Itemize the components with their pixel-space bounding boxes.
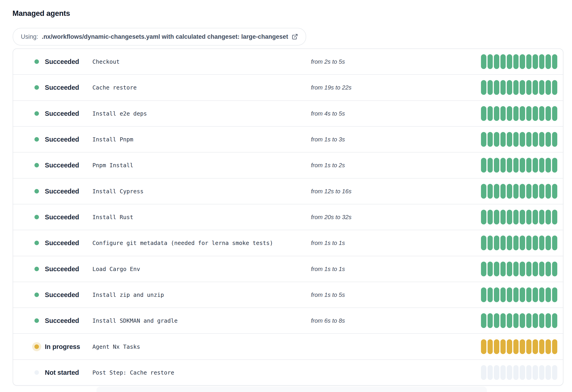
progress-segment — [520, 184, 525, 198]
workflow-config-path: .nx/workflows/dynamic-changesets.yaml wi… — [42, 33, 288, 40]
progress-segment — [494, 184, 499, 198]
agent-step-row[interactable]: Succeeded Install Cypress from 12s to 16… — [13, 179, 563, 204]
progress-segment — [520, 236, 525, 250]
step-duration: from 2s to 5s — [311, 58, 345, 65]
external-link-icon[interactable] — [292, 33, 298, 40]
progress-segment — [533, 210, 538, 225]
progress-segment — [488, 158, 493, 173]
progress-segment — [481, 106, 486, 121]
status-dot-icon — [34, 163, 39, 167]
progress-segment — [545, 287, 551, 302]
progress-segment — [494, 287, 499, 302]
progress-segments — [481, 236, 557, 250]
status-label: Succeeded — [45, 136, 79, 143]
progress-segment — [481, 184, 486, 198]
agents-list: Succeeded Checkout from 2s to 5s Succeed… — [13, 49, 563, 386]
status-label: Succeeded — [45, 291, 79, 298]
progress-segment — [552, 106, 557, 121]
progress-segment — [507, 339, 512, 354]
progress-segment — [539, 106, 545, 121]
progress-segment — [513, 210, 519, 225]
agent-step-row[interactable]: Not started Post Step: Cache restore — [13, 360, 563, 385]
progress-segment — [520, 158, 525, 173]
step-duration: from 1s to 3s — [311, 136, 345, 143]
step-duration: from 20s to 32s — [311, 214, 351, 221]
status-dot-icon — [34, 318, 39, 323]
step-duration: from 1s to 5s — [311, 291, 345, 298]
status-dot-icon — [34, 344, 39, 349]
step-name: Install e2e deps — [92, 110, 147, 117]
progress-segment — [488, 236, 493, 250]
status-label: Succeeded — [45, 187, 79, 195]
progress-segment — [545, 339, 551, 354]
progress-segment — [539, 54, 545, 69]
progress-segments — [481, 54, 557, 69]
agent-step-row[interactable]: Succeeded Install Pnpm from 1s to 3s — [13, 127, 563, 152]
agent-step-row[interactable]: Succeeded Load Cargo Env from 1s to 1s — [13, 256, 563, 282]
step-duration: from 4s to 5s — [311, 110, 345, 117]
progress-segment — [513, 132, 519, 147]
progress-segment — [507, 261, 512, 276]
agent-step-row[interactable]: Succeeded Install e2e deps from 4s to 5s — [13, 101, 563, 127]
progress-segment — [526, 313, 532, 328]
progress-segment — [552, 313, 557, 328]
progress-segment — [481, 287, 486, 302]
progress-segment — [488, 210, 493, 225]
progress-segment — [500, 184, 506, 198]
progress-segment — [533, 132, 538, 147]
progress-segment — [494, 365, 499, 380]
progress-segment — [513, 80, 519, 95]
agent-step-row[interactable]: Succeeded Configure git metadata (needed… — [13, 230, 563, 256]
status-dot-icon — [34, 241, 39, 245]
progress-segment — [526, 132, 532, 147]
progress-segment — [481, 132, 486, 147]
status-dot-icon — [34, 85, 39, 90]
agent-step-row[interactable]: Succeeded Install zip and unzip from 1s … — [13, 282, 563, 308]
progress-segment — [500, 80, 506, 95]
progress-segments — [481, 184, 557, 198]
progress-segment — [533, 106, 538, 121]
progress-segment — [545, 184, 551, 198]
next-section-sliver — [96, 387, 487, 392]
progress-segment — [481, 313, 486, 328]
progress-segment — [526, 287, 532, 302]
progress-segment — [488, 261, 493, 276]
step-name: Load Cargo Env — [92, 266, 140, 272]
agent-step-row[interactable]: Succeeded Checkout from 2s to 5s — [13, 49, 563, 75]
progress-segment — [533, 287, 538, 302]
agent-step-row[interactable]: In progress Agent Nx Tasks — [13, 334, 563, 359]
agent-step-row[interactable]: Succeeded Install SDKMAN and gradle from… — [13, 308, 563, 334]
progress-segment — [545, 261, 551, 276]
status-dot-icon — [34, 370, 39, 375]
progress-segment — [552, 158, 557, 173]
agent-step-row[interactable]: Succeeded Cache restore from 19s to 22s — [13, 75, 563, 101]
progress-segment — [552, 261, 557, 276]
progress-segment — [539, 313, 545, 328]
progress-segment — [507, 158, 512, 173]
progress-segments — [481, 261, 557, 276]
progress-segment — [526, 80, 532, 95]
progress-segment — [507, 106, 512, 121]
progress-segment — [520, 365, 525, 380]
step-duration: from 1s to 2s — [311, 162, 345, 169]
progress-segment — [488, 106, 493, 121]
progress-segment — [500, 158, 506, 173]
step-name: Agent Nx Tasks — [92, 343, 140, 350]
agent-step-row[interactable]: Succeeded Pnpm Install from 1s to 2s — [13, 152, 563, 178]
progress-segment — [513, 158, 519, 173]
step-name: Install Rust — [92, 214, 133, 220]
progress-segment — [526, 339, 532, 354]
progress-segment — [507, 210, 512, 225]
progress-segment — [545, 365, 551, 380]
step-duration: from 1s to 1s — [311, 265, 345, 272]
step-name: Install Pnpm — [92, 136, 133, 143]
progress-segment — [481, 158, 486, 173]
progress-segment — [539, 261, 545, 276]
progress-segment — [526, 158, 532, 173]
progress-segment — [500, 132, 506, 147]
agent-step-row[interactable]: Succeeded Install Rust from 20s to 32s — [13, 204, 563, 230]
progress-segment — [526, 261, 532, 276]
progress-segment — [552, 287, 557, 302]
workflow-config-banner[interactable]: Using: .nx/workflows/dynamic-changesets.… — [13, 28, 306, 46]
progress-segment — [545, 132, 551, 147]
